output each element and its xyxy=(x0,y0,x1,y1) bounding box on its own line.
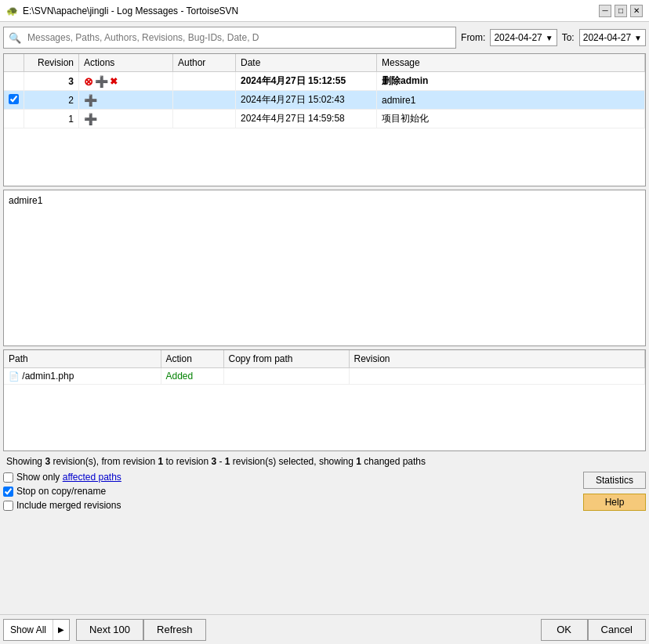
cancel-button[interactable]: Cancel xyxy=(588,619,646,641)
message-cell: 删除admin xyxy=(377,72,645,91)
window-title: E:\SVN\apache\jingli - Log Messages - To… xyxy=(23,5,238,16)
include-merged-checkbox[interactable] xyxy=(3,501,13,511)
error-icon: ⊗ xyxy=(84,75,93,88)
stop-on-copy-option: Stop on copy/rename xyxy=(3,486,121,497)
actions-cell: ➕ xyxy=(79,110,173,128)
include-merged-option: Include merged revisions xyxy=(3,500,121,511)
table-row[interactable]: 2➕2024年4月27日 15:02:43admire1 xyxy=(4,91,645,110)
col-revision: Revision xyxy=(24,54,79,72)
search-icon: 🔍 xyxy=(9,32,21,44)
path-revision-cell xyxy=(349,368,645,385)
help-button[interactable]: Help xyxy=(583,494,646,511)
date-cell: 2024年4月27日 14:59:58 xyxy=(236,110,377,128)
search-bar: 🔍 xyxy=(3,27,456,49)
status-bar: Showing 3 revision(s), from revision 1 t… xyxy=(3,454,646,469)
author-cell xyxy=(173,72,236,91)
main-content: 🔍 From: 2024-04-27 ▼ To: 2024-04-27 ▼ Re… xyxy=(0,22,649,614)
paths-panel: Path Action Copy from path Revision 📄 /a… xyxy=(3,349,646,451)
bottom-bar: Show All ▶ Next 100 Refresh OK Cancel xyxy=(0,614,649,644)
date-cell: 2024年4月27日 15:12:55 xyxy=(236,72,377,91)
show-only-affected-label: Show only affected paths xyxy=(16,472,121,483)
message-cell: 项目初始化 xyxy=(377,110,645,128)
title-bar: 🐢 E:\SVN\apache\jingli - Log Messages - … xyxy=(0,0,649,22)
author-cell xyxy=(173,91,236,110)
maximize-button[interactable]: □ xyxy=(615,5,627,17)
add-icon: ➕ xyxy=(84,113,97,125)
date-cell: 2024年4月27日 15:02:43 xyxy=(236,91,377,110)
revisions-panel: Revision Actions Author Date Message 3⊗➕… xyxy=(3,53,646,186)
revision-cell: 1 xyxy=(24,110,79,128)
title-bar-left: 🐢 E:\SVN\apache\jingli - Log Messages - … xyxy=(6,5,238,16)
path-cell: 📄 /admin1.php xyxy=(4,368,161,385)
add-icon: ➕ xyxy=(84,94,97,107)
col-actions: Actions xyxy=(79,54,173,72)
action-cell: Added xyxy=(161,368,223,385)
search-input[interactable] xyxy=(27,32,451,43)
to-date-input[interactable]: 2024-04-27 ▼ xyxy=(579,29,646,46)
message-panel: admire1 xyxy=(3,190,646,346)
actions-cell: ⊗➕✖ xyxy=(79,72,173,91)
revision-cell: 2 xyxy=(24,91,79,110)
revisions-table: Revision Actions Author Date Message 3⊗➕… xyxy=(4,54,645,128)
top-controls-row: 🔍 From: 2024-04-27 ▼ To: 2024-04-27 ▼ xyxy=(3,25,646,50)
options-left: Show only affected paths Stop on copy/re… xyxy=(3,472,121,511)
col-date: Date xyxy=(236,54,377,72)
include-merged-label: Include merged revisions xyxy=(16,500,121,511)
from-date-dropdown-btn[interactable]: ▼ xyxy=(546,34,553,42)
col-message: Message xyxy=(377,54,645,72)
paths-body: 📄 /admin1.phpAdded xyxy=(4,368,645,385)
message-content: admire1 xyxy=(9,195,42,206)
col-author: Author xyxy=(173,54,236,72)
affected-paths-link[interactable]: affected paths xyxy=(63,472,121,483)
file-icon: 📄 xyxy=(9,371,20,381)
close-button[interactable]: ✕ xyxy=(630,5,643,17)
refresh-button[interactable]: Refresh xyxy=(143,619,206,641)
from-date-input[interactable]: 2024-04-27 ▼ xyxy=(490,29,557,46)
table-row[interactable]: 3⊗➕✖2024年4月27日 15:12:55删除admin xyxy=(4,72,645,91)
message-cell: admire1 xyxy=(377,91,645,110)
delete-icon: ✖ xyxy=(110,76,118,87)
app-icon: 🐢 xyxy=(6,5,18,16)
show-only-affected-option: Show only affected paths xyxy=(3,472,121,483)
revisions-header: Revision Actions Author Date Message xyxy=(4,54,645,72)
row-checkbox[interactable] xyxy=(9,94,19,104)
revisions-body: 3⊗➕✖2024年4月27日 15:12:55删除admin2➕2024年4月2… xyxy=(4,72,645,128)
statistics-button[interactable]: Statistics xyxy=(583,472,646,489)
from-date-value: 2024-04-27 xyxy=(494,32,542,43)
path-row[interactable]: 📄 /admin1.phpAdded xyxy=(4,368,645,385)
revision-cell: 3 xyxy=(24,72,79,91)
status-text: Showing 3 revision(s), from revision 1 t… xyxy=(6,456,426,467)
path-col-action: Action xyxy=(161,350,223,368)
path-col-revision: Revision xyxy=(349,350,645,368)
copy-from-cell xyxy=(223,368,349,385)
paths-table: Path Action Copy from path Revision 📄 /a… xyxy=(4,350,645,385)
path-col-copy: Copy from path xyxy=(223,350,349,368)
show-only-affected-checkbox[interactable] xyxy=(3,472,13,483)
next-100-button[interactable]: Next 100 xyxy=(76,619,143,641)
show-all-group: Show All ▶ xyxy=(3,619,70,641)
options-row: Show only affected paths Stop on copy/re… xyxy=(3,472,646,511)
show-all-arrow[interactable]: ▶ xyxy=(53,620,69,640)
stop-on-copy-label: Stop on copy/rename xyxy=(16,486,106,497)
author-cell xyxy=(173,110,236,128)
to-date-dropdown-btn[interactable]: ▼ xyxy=(634,34,642,42)
actions-cell: ➕ xyxy=(79,91,173,110)
show-all-label: Show All xyxy=(4,620,53,640)
options-right: Statistics Help xyxy=(583,472,646,511)
to-date-value: 2024-04-27 xyxy=(583,32,631,43)
add-icon: ➕ xyxy=(95,75,108,88)
title-bar-controls: ─ □ ✕ xyxy=(599,5,643,17)
path-col-path: Path xyxy=(4,350,161,368)
minimize-button[interactable]: ─ xyxy=(599,5,611,17)
from-label: From: xyxy=(461,32,485,43)
col-checkbox xyxy=(4,54,24,72)
to-label: To: xyxy=(562,32,575,43)
paths-header: Path Action Copy from path Revision xyxy=(4,350,645,368)
ok-button[interactable]: OK xyxy=(541,619,588,641)
table-row[interactable]: 1➕2024年4月27日 14:59:58项目初始化 xyxy=(4,110,645,128)
stop-on-copy-checkbox[interactable] xyxy=(3,487,13,497)
